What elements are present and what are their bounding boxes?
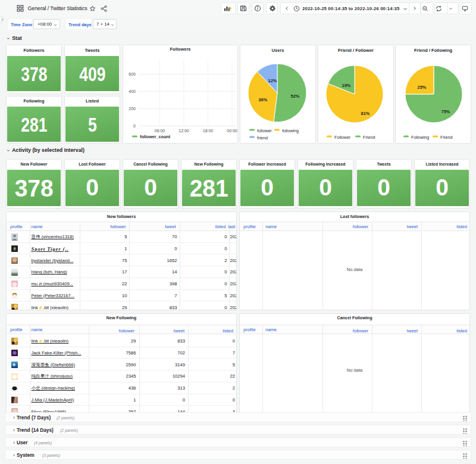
- svg-text:follower: follower: [257, 128, 272, 133]
- svg-text:81%: 81%: [361, 111, 370, 116]
- svg-text:06:00: 06:00: [155, 129, 165, 133]
- svg-text:friend: friend: [257, 135, 268, 141]
- svg-text:following: following: [282, 128, 299, 133]
- svg-text:Following: Following: [411, 135, 429, 140]
- svg-text:00:00: 00:00: [227, 129, 237, 133]
- svg-text:52%: 52%: [291, 94, 300, 99]
- svg-text:follower_count: follower_count: [140, 134, 171, 139]
- svg-text:19%: 19%: [342, 83, 351, 88]
- svg-text:18:00: 18:00: [203, 129, 214, 133]
- svg-text:Friend: Friend: [363, 135, 375, 140]
- svg-text:75%: 75%: [441, 109, 450, 114]
- svg-text:25%: 25%: [418, 85, 427, 90]
- svg-text:0: 0: [133, 124, 136, 128]
- svg-text:600: 600: [129, 72, 136, 76]
- svg-text:12%: 12%: [268, 78, 277, 83]
- svg-text:Friend: Friend: [440, 135, 452, 140]
- svg-text:12:00: 12:00: [178, 129, 189, 133]
- svg-text:36%: 36%: [259, 97, 268, 102]
- svg-text:Follower: Follower: [334, 135, 351, 140]
- svg-text:400: 400: [129, 89, 136, 94]
- svg-text:200: 200: [129, 107, 136, 111]
